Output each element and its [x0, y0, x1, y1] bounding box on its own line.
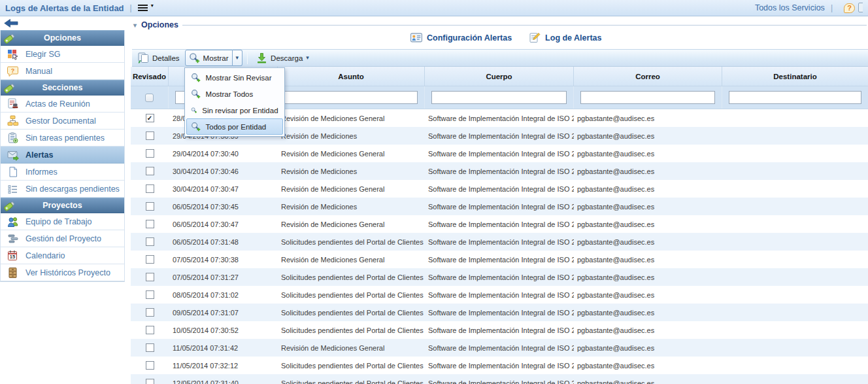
table-row[interactable]: 30/04/2014 07:30:46 Revisión de Medicion…	[131, 162, 868, 180]
row-checkbox[interactable]	[146, 290, 154, 299]
sidebar-item-manual[interactable]: ? Manual	[1, 63, 124, 80]
filter-revisado-cell	[131, 86, 169, 109]
row-checkbox[interactable]	[146, 343, 154, 352]
sidebar-item-gestor-documental[interactable]: Gestor Documental	[1, 113, 124, 130]
table-row[interactable]: 11/05/2014 07:32:12 Solicitudes pendient…	[131, 357, 868, 374]
table-row[interactable]: 12/05/2014 07:31:40 Solicitudes pendient…	[131, 374, 868, 384]
detalles-label: Detalles	[152, 54, 180, 62]
sidebar-item-calendario[interactable]: 15 Calendario	[1, 247, 124, 264]
table-row[interactable]: 07/05/2014 07:30:38 Revisión de Medicion…	[131, 251, 868, 268]
sidebar-item-sin-descargas[interactable]: Sin descargas pendientes	[1, 181, 124, 198]
column-header[interactable]: Revisado	[131, 67, 169, 86]
row-checkbox[interactable]	[146, 308, 154, 317]
column-header[interactable]: Asunto	[278, 67, 425, 86]
magnifier-plus-icon	[189, 52, 200, 63]
row-checkbox[interactable]	[146, 255, 154, 264]
table-row[interactable]: 09/05/2014 07:31:07 Solicitudes pendient…	[131, 304, 868, 321]
sidebar-item-informes[interactable]: Informes	[1, 164, 124, 181]
cell-asunto: Solicitudes pendientes del Portal de Cli…	[278, 238, 425, 246]
mostrar-dropdown-arrow[interactable]: ▾	[233, 50, 243, 66]
column-header[interactable]: Correo	[574, 67, 722, 86]
cell-correo: pgbastante@audisec.es	[574, 238, 722, 246]
sidebar-section-secciones[interactable]: Secciones	[1, 80, 124, 96]
table-row[interactable]: 06/05/2014 07:31:48 Solicitudes pendient…	[131, 233, 868, 251]
sidebar-item-label: Informes	[25, 167, 58, 177]
detalles-button[interactable]: Detalles	[134, 50, 184, 66]
filter-correo-input[interactable]	[580, 91, 715, 104]
sidebar-item-elegir-sg[interactable]: Elegir SG	[1, 46, 124, 63]
descarga-button[interactable]: Descarga ▾	[252, 50, 313, 66]
menu-item[interactable]: Mostrar Todos	[186, 86, 283, 102]
row-checkbox[interactable]	[146, 361, 154, 370]
config-alertas-label: Configuración Alertas	[427, 33, 512, 43]
filter-destinatario-input[interactable]	[729, 91, 861, 104]
filter-revisado-checkbox[interactable]	[145, 94, 154, 102]
sidebar-section-proyectos[interactable]: Proyectos	[1, 198, 124, 213]
menu-item[interactable]: Sin revisar por Entidad	[186, 102, 283, 118]
row-checkbox[interactable]	[146, 220, 154, 228]
log-alertas-label: Log de Alertas	[545, 33, 601, 43]
team-icon	[7, 216, 19, 228]
log-alertas-link[interactable]: Log de Alertas	[529, 32, 601, 43]
sidebar-item-label: Elegir SG	[25, 50, 61, 59]
menu-item[interactable]: Todos por Entidad	[186, 118, 283, 135]
sidebar-item-sin-tareas[interactable]: Sin tareas pendientes	[1, 130, 124, 147]
cell-correo: pgbastante@audisec.es	[574, 132, 722, 140]
hamburger-menu-icon[interactable]: ▾	[138, 4, 149, 12]
row-checkbox[interactable]	[146, 149, 154, 158]
row-checkbox[interactable]: ✓	[146, 114, 154, 122]
options-section-toggle[interactable]: ▾ Opciones	[133, 20, 867, 29]
cell-asunto: Revisión de Mediciones General	[278, 344, 425, 352]
filter-cuerpo-input[interactable]	[431, 91, 567, 104]
sidebar-item-label: Manual	[25, 67, 52, 76]
table-body: ✓ 28/0 Revisión de Mediciones General So…	[131, 109, 868, 384]
gantt-icon	[7, 233, 19, 245]
cell-correo: pgbastante@audisec.es	[574, 185, 722, 193]
collapse-triangle-icon: ▾	[133, 22, 137, 29]
cell-cuerpo: Software de Implementación Integral de I…	[425, 362, 574, 370]
table-row[interactable]: 06/05/2014 07:30:47 Revisión de Medicion…	[131, 215, 868, 233]
details-copy-icon	[138, 52, 149, 63]
cell-fecha: 09/05/2014 07:31:07	[169, 309, 278, 317]
cell-asunto: Revisión de Mediciones General	[278, 114, 425, 122]
row-checkbox[interactable]	[146, 326, 154, 334]
column-header[interactable]: Destinatario	[722, 67, 868, 86]
row-checkbox[interactable]	[146, 237, 154, 246]
menu-item[interactable]: Mostrar Sin Revisar	[186, 69, 283, 86]
row-checkbox[interactable]	[146, 184, 154, 193]
table-row[interactable]: 11/05/2014 07:31:42 Revisión de Medicion…	[131, 339, 868, 357]
row-checkbox[interactable]	[146, 379, 154, 384]
cell-asunto: Revisión de Mediciones	[278, 132, 425, 140]
column-header[interactable]: Cuerpo	[425, 67, 574, 86]
sidebar-item-historicos[interactable]: Ver Históricos Proyecto	[1, 264, 124, 281]
sidebar-item-label: Gestión del Proyecto	[25, 234, 101, 243]
table-row[interactable]: 07/05/2014 07:31:27 Solicitudes pendient…	[131, 268, 868, 286]
options-section-label: Opciones	[141, 20, 178, 29]
all-services-link[interactable]: Todos los Servicios	[755, 3, 825, 12]
row-checkbox[interactable]	[146, 131, 154, 140]
help-icon[interactable]: ?	[844, 3, 855, 13]
filter-asunto-cell	[278, 86, 425, 109]
filter-asunto-input[interactable]	[284, 91, 418, 104]
cell-cuerpo: Software de Implementación Integral de I…	[425, 114, 574, 122]
table-row[interactable]: 10/05/2014 07:30:52 Solicitudes pendient…	[131, 321, 868, 339]
row-checkbox[interactable]	[146, 202, 154, 211]
table-row[interactable]: 30/04/2014 07:30:47 Revisión de Medicion…	[131, 180, 868, 198]
row-checkbox[interactable]	[146, 273, 154, 281]
sidebar-item-alertas[interactable]: Alertas	[1, 147, 124, 164]
sidebar-item-equipo[interactable]: Equipo de Trabajo	[1, 213, 124, 230]
table-row[interactable]: 29/04/2014 07:30:40 Revisión de Medicion…	[131, 145, 868, 162]
sidebar-item-actas[interactable]: Actas de Reunión	[1, 96, 124, 113]
cell-correo: pgbastante@audisec.es	[574, 150, 722, 158]
descarga-dropdown-arrow[interactable]: ▾	[306, 55, 309, 61]
table-row[interactable]: 08/05/2014 07:31:02 Solicitudes pendient…	[131, 286, 868, 304]
row-checkbox[interactable]	[146, 167, 154, 175]
sidebar-section-opciones[interactable]: Opciones	[1, 30, 124, 46]
sidebar-item-label: Actas de Reunión	[25, 99, 90, 109]
cell-asunto: Revisión de Mediciones General	[278, 256, 425, 264]
back-button[interactable]	[4, 19, 18, 29]
table-row[interactable]: 06/05/2014 07:30:45 Revisión de Medicion…	[131, 198, 868, 215]
sidebar-item-gestion-proyecto[interactable]: Gestión del Proyecto	[1, 230, 124, 247]
config-alertas-link[interactable]: Configuración Alertas	[410, 33, 512, 43]
mostrar-button[interactable]: Mostrar	[185, 50, 233, 66]
